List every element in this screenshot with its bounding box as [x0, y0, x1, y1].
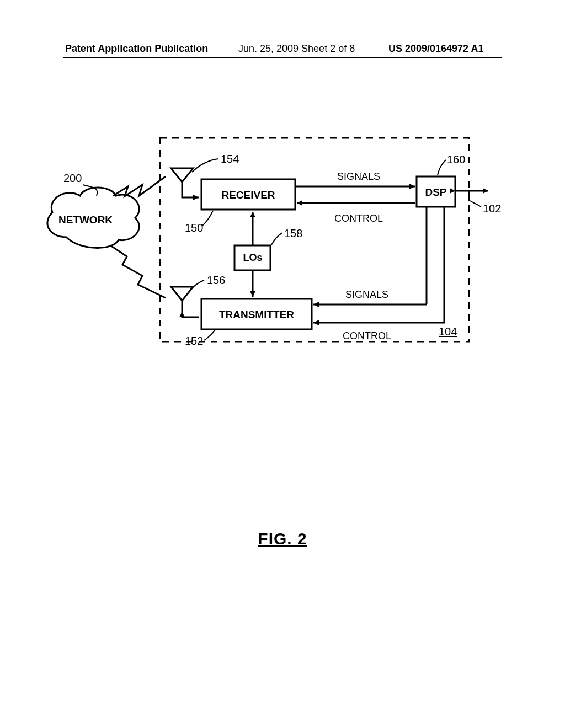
ref-transmitter: 152 [185, 335, 203, 347]
header-separator [63, 57, 502, 58]
ref-network: 200 [63, 172, 82, 184]
figure-caption: FIG. 2 [0, 529, 565, 548]
wireless-rx [113, 176, 166, 196]
signals-bot-label: SIGNALS [345, 289, 388, 300]
transmitter-label: TRANSMITTER [219, 309, 294, 320]
ref-dsp: 160 [447, 153, 465, 165]
ref-rx-antenna: 154 [221, 153, 239, 165]
los-lead [271, 233, 282, 245]
header-right-text: US 2009/0164972 A1 [388, 43, 483, 55]
dsp-label: DSP [425, 186, 446, 198]
rx-antenna-icon [171, 168, 199, 197]
signals-top-label: SIGNALS [337, 171, 380, 182]
network-label: NETWORK [58, 214, 113, 226]
dsp-external-bus [455, 191, 488, 201]
ref-tx-antenna: 156 [207, 274, 225, 286]
block-diagram: 104 NETWORK 200 154 [0, 121, 565, 397]
trans-lead [204, 330, 215, 340]
ref-los: 158 [284, 227, 302, 239]
los-label: LOs [243, 252, 262, 263]
control-bot-label: CONTROL [343, 330, 391, 341]
page: Patent Application Publication Jun. 25, … [0, 0, 565, 728]
header-center-text: Jun. 25, 2009 Sheet 2 of 8 [238, 43, 355, 55]
tx-antenna-icon [171, 287, 199, 317]
recv-lead [202, 211, 213, 226]
wireless-tx [110, 245, 166, 298]
header-left-text: Patent Application Publication [65, 43, 208, 55]
ref-subsystem: 104 [439, 325, 457, 338]
dsp-lead [438, 160, 446, 175]
tx-ant-lead [190, 280, 204, 290]
receiver-label: RECEIVER [221, 189, 275, 201]
rx-ant-lead [192, 159, 218, 172]
ref-ext: 102 [483, 202, 501, 215]
control-top-label: CONTROL [334, 213, 383, 224]
ext-lead [470, 201, 481, 207]
ref-receiver: 150 [185, 222, 203, 234]
